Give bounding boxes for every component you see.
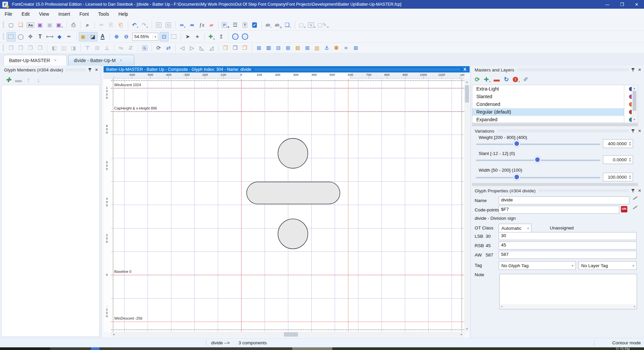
add-member-icon[interactable]: ✚ bbox=[3, 75, 13, 84]
copy-special-icon[interactable]: C bbox=[154, 20, 163, 30]
eraser-icon[interactable]: ▰ bbox=[207, 20, 216, 30]
master-layer-row[interactable]: Condensed bbox=[472, 101, 638, 108]
lsb-field[interactable]: 30 bbox=[499, 232, 637, 240]
font-settings-icon[interactable]: ☲ bbox=[231, 20, 240, 30]
font-properties-icon[interactable]: P✱ bbox=[221, 20, 230, 30]
flip-icon[interactable]: ⇄ bbox=[164, 43, 173, 53]
anchor-icon[interactable]: ⚓ bbox=[322, 43, 331, 53]
unicode-icon[interactable]: UN bbox=[621, 206, 627, 212]
print-icon[interactable]: ⎙ bbox=[69, 20, 78, 30]
paste-icon[interactable]: ⎗ bbox=[117, 20, 126, 30]
pan-tool-icon[interactable]: ✥ bbox=[26, 32, 35, 41]
save-icon[interactable]: ▣ bbox=[36, 20, 45, 30]
scroll-up-icon[interactable]: ▴ bbox=[464, 79, 470, 84]
spinner-icons[interactable]: ▲▼ bbox=[628, 157, 632, 162]
menu-edit[interactable]: Edit bbox=[17, 10, 34, 18]
undo-icon[interactable]: ↶▾ bbox=[131, 20, 140, 30]
import-icon[interactable]: ↥ bbox=[217, 32, 226, 41]
master-layer-row[interactable]: Expanded bbox=[472, 116, 638, 124]
glyph-members-list[interactable] bbox=[1, 85, 100, 337]
find-glyph-icon[interactable]: ab⌕ bbox=[264, 20, 273, 30]
chevron-down-icon[interactable]: ▾ bbox=[152, 35, 158, 38]
toolbar-grip[interactable] bbox=[3, 45, 4, 51]
wave-icon[interactable]: ≈ bbox=[342, 43, 351, 53]
restore-button[interactable]: ❐ bbox=[615, 0, 629, 9]
weight-value-field[interactable]: 400.0000 ▲▼ bbox=[603, 139, 633, 148]
slant-slider[interactable] bbox=[476, 157, 600, 163]
wand-tool-icon[interactable]: ✐ bbox=[521, 75, 530, 84]
layer-tag-select[interactable]: No Layer Tag ▾ bbox=[579, 261, 637, 270]
slider-thumb[interactable] bbox=[535, 157, 540, 162]
move-down-icon[interactable]: ↓ bbox=[33, 75, 43, 84]
pointer-icon[interactable]: ➤ bbox=[183, 32, 192, 41]
comments-icon[interactable]: ❑⌕ bbox=[284, 20, 293, 30]
generate-masters-icon[interactable]: ↻ bbox=[502, 75, 511, 84]
skew-right-icon[interactable]: ▷ bbox=[188, 43, 197, 53]
menu-tools[interactable]: Tools bbox=[94, 10, 114, 18]
align-center-icon[interactable]: ◫ bbox=[59, 43, 68, 53]
metrics-guide[interactable] bbox=[111, 112, 464, 112]
pin-icon[interactable] bbox=[631, 129, 635, 133]
space-horizontal-icon[interactable]: ⇋ bbox=[117, 43, 126, 53]
scroll-up-icon[interactable]: ▴ bbox=[632, 85, 637, 91]
align-top-icon[interactable]: ⊤ bbox=[83, 43, 92, 53]
menu-font[interactable]: Font bbox=[75, 10, 94, 18]
function-icon[interactable]: ƒx bbox=[197, 20, 206, 30]
rotate-ccw-icon[interactable]: ◺ bbox=[197, 43, 206, 53]
rotate-cw-icon[interactable]: ◿ bbox=[207, 43, 216, 53]
save-copy-icon[interactable]: ▣ bbox=[45, 20, 54, 30]
find-icon[interactable]: ⌕ bbox=[83, 20, 92, 30]
zoom-in-icon[interactable]: ⊕ bbox=[112, 32, 121, 41]
space-vertical-icon[interactable]: ⇵ bbox=[126, 43, 135, 53]
menu-help[interactable]: Help bbox=[114, 10, 133, 18]
note-scrollbar[interactable]: ◂▸ bbox=[500, 304, 636, 309]
draw-tool-icon[interactable]: ◆ bbox=[55, 32, 64, 41]
zoom-fit-icon[interactable]: ⊡ bbox=[160, 32, 169, 41]
sort-icon[interactable]: ⇅▾ bbox=[307, 20, 316, 30]
select-tool-icon[interactable] bbox=[7, 32, 16, 41]
toolbar-grip[interactable] bbox=[3, 33, 4, 40]
slant-value-field[interactable]: 0.0000 ▲▼ bbox=[603, 155, 633, 164]
vertical-scrollbar[interactable]: ▴ ▾ bbox=[464, 79, 470, 332]
knife-tool-icon[interactable]: ✒ bbox=[65, 32, 74, 41]
master-layer-row[interactable]: Regular (default) bbox=[472, 108, 638, 116]
glyph-link-icon[interactable]: G bbox=[140, 43, 149, 53]
slider-thumb[interactable] bbox=[514, 175, 519, 179]
lock-icon[interactable]: ⊠ bbox=[293, 43, 302, 53]
skew-left-icon[interactable]: ◁ bbox=[178, 43, 187, 53]
paste-special-icon[interactable]: G bbox=[164, 20, 173, 30]
forward-icon[interactable]: → bbox=[240, 32, 250, 41]
send-backward-icon[interactable]: ❐ bbox=[26, 43, 35, 53]
metrics-guide[interactable] bbox=[111, 322, 464, 322]
scrollbar-thumb[interactable] bbox=[284, 332, 298, 337]
new-page-icon[interactable]: ▢▾ bbox=[298, 20, 307, 30]
text-tool-icon[interactable]: T bbox=[36, 32, 45, 41]
insert-glyph-icon[interactable]: ✚● bbox=[207, 32, 216, 41]
remove-member-icon[interactable]: ▬ bbox=[13, 75, 23, 84]
transform-icon[interactable]: ⌖ bbox=[193, 32, 202, 41]
reload-masters-icon[interactable]: ⟳ bbox=[473, 75, 482, 84]
grid-snap-icon[interactable]: ⊞ bbox=[264, 43, 273, 53]
wand-icon[interactable] bbox=[632, 197, 638, 203]
open-font-icon[interactable]: ❏ bbox=[16, 20, 25, 30]
back-icon[interactable]: ← bbox=[231, 32, 240, 41]
masters-scrollbar[interactable]: ▴ ▾ bbox=[632, 85, 637, 122]
preview-icon[interactable]: A bbox=[98, 32, 107, 41]
minimize-button[interactable]: — bbox=[600, 0, 615, 9]
open-installed-icon[interactable]: Aa bbox=[26, 20, 35, 30]
kern-grid-icon[interactable]: ⊞ bbox=[351, 43, 360, 53]
menu-file[interactable]: File bbox=[0, 10, 17, 18]
tab-divide[interactable]: divide - Batter-Up-M × bbox=[68, 55, 134, 65]
guides-snap-icon[interactable]: ⊞ bbox=[284, 43, 293, 53]
remove-master-icon[interactable]: ▬ bbox=[492, 75, 501, 84]
note-field[interactable]: ◂▸ bbox=[499, 274, 637, 309]
close-panel-icon[interactable]: ✕ bbox=[638, 129, 641, 133]
group-icon[interactable]: ❒ bbox=[221, 43, 230, 53]
copy-icon[interactable]: ⎘ bbox=[107, 20, 116, 30]
sidebearing-guide[interactable] bbox=[348, 79, 348, 332]
zoom-rect-icon[interactable] bbox=[169, 32, 178, 41]
unlink-icon[interactable]: ∞ bbox=[188, 20, 197, 30]
sidebearing-guide[interactable] bbox=[241, 79, 241, 332]
validate-icon[interactable]: ✔ bbox=[250, 20, 259, 30]
pin-icon[interactable] bbox=[631, 68, 635, 72]
